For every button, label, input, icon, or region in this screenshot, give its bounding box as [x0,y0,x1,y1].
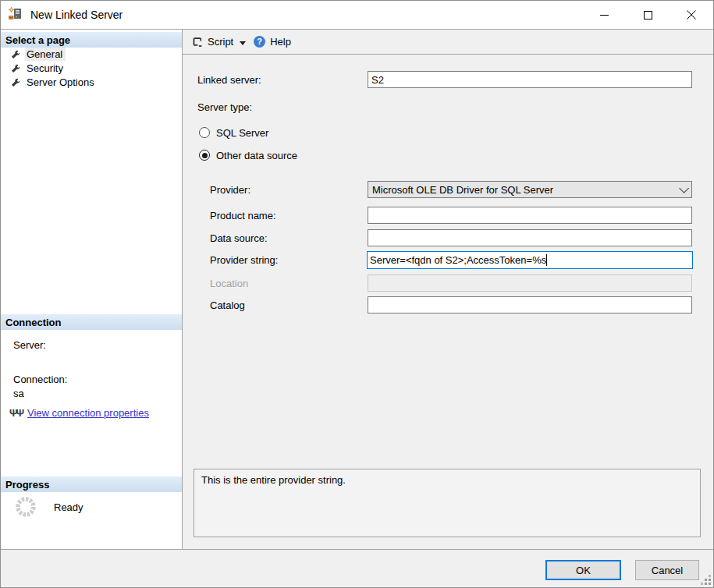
connection-server-label: Server: [13,339,46,351]
linked-server-input[interactable] [368,71,692,88]
app-icon [9,7,23,23]
view-connection-properties-row: ΨΨ View connection properties [9,407,149,419]
connection-header: Connection [1,314,182,330]
product-name-input[interactable] [368,207,692,224]
text-caret [546,254,547,266]
maximize-button[interactable] [626,1,670,29]
sidebar: Select a page General Security Server Op… [1,30,183,551]
script-dropdown-button[interactable] [240,36,246,48]
window-title: New Linked Server [30,9,123,21]
sidebar-item-server-options[interactable]: Server Options [11,76,98,89]
radio-other-data-source[interactable]: Other data source [199,149,297,161]
select-a-page-header: Select a page [1,32,182,48]
location-label: Location [210,278,248,289]
close-button[interactable] [670,1,713,29]
script-icon [192,37,203,48]
radio-other-data-source-label: Other data source [216,150,297,161]
radio-circle-selected-icon[interactable] [199,150,210,161]
titlebar: New Linked Server [1,1,713,29]
provider-selected-value: Microsoft OLE DB Driver for SQL Server [372,184,553,196]
chevron-down-icon [240,41,246,45]
connection-properties-icon: ΨΨ [9,407,23,419]
script-button-label: Script [208,36,233,48]
footer-bar: OK Cancel [1,549,713,587]
wrench-icon [11,78,20,87]
data-source-label: Data source: [210,232,268,244]
catalog-label: Catalog [210,299,245,311]
provider-string-input[interactable]: Server=<fqdn of S2>;AccessToken=%s [367,251,693,269]
radio-sql-server-label: SQL Server [216,127,268,139]
data-source-input[interactable] [368,229,692,246]
location-input [368,275,692,292]
toolbar: Script ? Help [183,30,714,55]
sidebar-item-security[interactable]: Security [11,62,66,75]
resize-grip[interactable] [709,583,711,585]
new-linked-server-dialog: New Linked Server Select a page General … [0,0,714,588]
progress-row: Ready [15,496,83,518]
ok-button[interactable]: OK [545,560,621,580]
progress-header: Progress [1,476,182,492]
provider-string-value: Server=<fqdn of S2>;AccessToken=%s [370,254,546,266]
wrench-icon [11,64,20,73]
sidebar-item-label: General [25,48,66,61]
progress-status: Ready [54,501,83,513]
radio-sql-server[interactable]: SQL Server [199,126,268,139]
catalog-input[interactable] [368,296,692,313]
sidebar-item-label: Security [25,62,66,75]
main-panel: Script ? Help Linked server: Server type… [183,30,714,551]
connection-connection-label: Connection: [13,374,67,385]
connection-user-value: sa [13,388,24,399]
script-button[interactable]: Script [189,34,236,50]
minimize-button[interactable] [582,1,626,29]
cancel-button[interactable]: Cancel [635,560,699,580]
provider-string-label: Provider string: [210,254,278,266]
linked-server-label: Linked server: [197,74,261,86]
radio-circle-icon[interactable] [199,127,210,138]
field-help-text: This is the entire provider string. [201,474,346,486]
view-connection-properties-link[interactable]: View connection properties [27,407,149,419]
help-circle-icon: ? [254,36,265,48]
field-help-box: This is the entire provider string. [194,469,701,537]
close-icon [687,10,696,19]
product-name-label: Product name: [210,210,276,221]
server-type-label: Server type: [197,101,252,113]
provider-select[interactable]: Microsoft OLE DB Driver for SQL Server [368,181,692,198]
help-button-label: Help [270,36,291,48]
maximize-icon [644,11,652,19]
sidebar-item-general[interactable]: General [11,48,66,61]
minimize-icon [600,11,609,19]
progress-spinner-icon [15,496,37,518]
wrench-icon [11,50,20,59]
help-button[interactable]: ? Help [250,34,294,50]
sidebar-item-label: Server Options [25,76,98,89]
provider-label: Provider: [210,184,250,196]
window-controls [582,1,713,29]
combo-chevron-down-icon [679,183,689,193]
